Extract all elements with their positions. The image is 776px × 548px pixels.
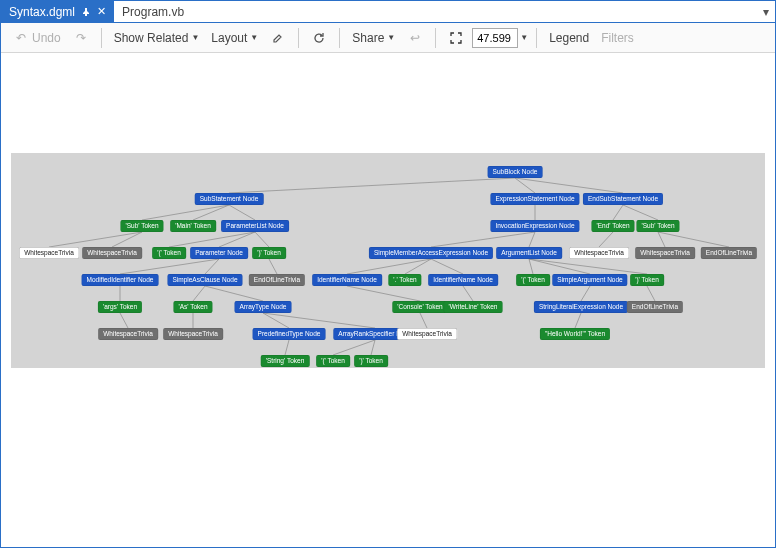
tab-syntax-dgml[interactable]: Syntax.dgml ✕: [1, 1, 114, 22]
highlight-button[interactable]: [266, 28, 290, 48]
graph-node[interactable]: 'End' Token: [591, 220, 634, 232]
chevron-down-icon[interactable]: ▼: [520, 33, 528, 42]
svg-line-8: [623, 205, 658, 220]
fit-button[interactable]: [444, 28, 468, 48]
svg-line-3: [142, 205, 229, 220]
share-button[interactable]: Share ▼: [348, 29, 399, 47]
pin-icon[interactable]: [81, 7, 91, 17]
svg-line-9: [49, 232, 142, 247]
tab-program-vb[interactable]: Program.vb: [114, 1, 192, 22]
graph-node[interactable]: 'args' Token: [98, 301, 142, 313]
graph-node[interactable]: WhitespaceTrivia: [82, 247, 142, 259]
redo-button[interactable]: ↷: [69, 28, 93, 48]
refresh-button[interactable]: [307, 28, 331, 48]
graph-canvas[interactable]: SubBlock NodeSubStatement NodeExpression…: [11, 153, 765, 368]
share-label: Share: [352, 31, 384, 45]
filters-label: Filters: [601, 31, 634, 45]
svg-line-17: [658, 232, 665, 247]
graph-node[interactable]: ')' Token: [354, 355, 388, 367]
graph-node[interactable]: SimpleAsClause Node: [167, 274, 242, 286]
svg-line-27: [529, 259, 647, 274]
svg-line-12: [219, 232, 255, 247]
graph-node[interactable]: WhitespaceTrivia: [569, 247, 629, 259]
graph-node[interactable]: InvocationExpression Node: [490, 220, 579, 232]
graph-node[interactable]: SubStatement Node: [195, 193, 264, 205]
graph-node[interactable]: Parameter Node: [190, 247, 248, 259]
graph-node[interactable]: ArrayType Node: [235, 301, 292, 313]
graph-node[interactable]: EndSubStatement Node: [583, 193, 663, 205]
layout-button[interactable]: Layout ▼: [207, 29, 262, 47]
tab-label: Program.vb: [122, 5, 184, 19]
graph-node[interactable]: SubBlock Node: [488, 166, 543, 178]
svg-line-13: [255, 232, 269, 247]
svg-line-25: [529, 259, 533, 274]
svg-line-30: [205, 286, 263, 301]
chevron-down-icon: ▼: [191, 33, 199, 42]
svg-line-29: [193, 286, 205, 301]
graph-node[interactable]: 'Sub' Token: [120, 220, 163, 232]
separator: [536, 28, 537, 48]
svg-line-33: [581, 286, 590, 301]
graph-node[interactable]: PredefinedType Node: [253, 328, 326, 340]
close-icon[interactable]: ✕: [97, 5, 106, 18]
svg-line-21: [269, 259, 277, 274]
svg-line-16: [599, 232, 613, 247]
graph-node[interactable]: SimpleMemberAccessExpression Node: [369, 247, 493, 259]
graph-node[interactable]: ')' Token: [630, 274, 664, 286]
svg-line-11: [169, 232, 255, 247]
svg-line-14: [431, 232, 535, 247]
svg-line-32: [463, 286, 473, 301]
graph-node[interactable]: 'String' Token: [261, 355, 310, 367]
svg-line-42: [333, 340, 375, 355]
svg-line-20: [205, 259, 219, 274]
svg-line-4: [193, 205, 229, 220]
graph-node[interactable]: ModifiedIdentifier Node: [82, 274, 159, 286]
canvas-area[interactable]: SubBlock NodeSubStatement NodeExpression…: [1, 53, 775, 547]
separator: [339, 28, 340, 48]
graph-node[interactable]: '.' Token: [388, 274, 421, 286]
graph-node[interactable]: IdentifierName Node: [428, 274, 498, 286]
graph-node[interactable]: "Hello World!"' Token: [540, 328, 610, 340]
filters-button[interactable]: Filters: [597, 29, 638, 47]
graph-node[interactable]: ParameterList Node: [221, 220, 289, 232]
graph-node[interactable]: 'Sub' Token: [636, 220, 679, 232]
svg-line-34: [647, 286, 655, 301]
graph-node[interactable]: WhitespaceTrivia: [19, 247, 79, 259]
svg-line-40: [575, 313, 581, 328]
svg-line-23: [405, 259, 431, 274]
graph-node[interactable]: '(' Token: [152, 247, 186, 259]
separator: [435, 28, 436, 48]
graph-node[interactable]: EndOfLineTrivia: [249, 274, 305, 286]
graph-node[interactable]: IdentifierName Node: [312, 274, 382, 286]
graph-node[interactable]: WhitespaceTrivia: [397, 328, 457, 340]
chevron-down-icon: ▼: [250, 33, 258, 42]
svg-line-38: [263, 313, 375, 328]
graph-node[interactable]: '(' Token: [316, 355, 350, 367]
graph-node[interactable]: SimpleArgument Node: [552, 274, 627, 286]
graph-node[interactable]: '(' Token: [516, 274, 550, 286]
graph-node[interactable]: StringLiteralExpression Node: [534, 301, 628, 313]
graph-node[interactable]: ')' Token: [252, 247, 286, 259]
tab-dropdown-button[interactable]: ▾: [757, 1, 775, 22]
svg-line-26: [529, 259, 590, 274]
graph-node[interactable]: 'Main' Token: [170, 220, 216, 232]
graph-node[interactable]: WhitespaceTrivia: [635, 247, 695, 259]
graph-node[interactable]: 'Console' Token: [392, 301, 447, 313]
separator: [298, 28, 299, 48]
graph-node[interactable]: WhitespaceTrivia: [163, 328, 223, 340]
show-related-button[interactable]: Show Related ▼: [110, 29, 204, 47]
graph-node[interactable]: EndOfLineTrivia: [627, 301, 683, 313]
undo-button[interactable]: ↶ Undo: [9, 28, 65, 48]
legend-button[interactable]: Legend: [545, 29, 593, 47]
graph-node[interactable]: 'WriteLine' Token: [444, 301, 503, 313]
undo-icon: ↶: [13, 30, 29, 46]
graph-node[interactable]: ArgumentList Node: [496, 247, 562, 259]
graph-node[interactable]: WhitespaceTrivia: [98, 328, 158, 340]
back-button[interactable]: ↩: [403, 28, 427, 48]
redo-icon: ↷: [73, 30, 89, 46]
graph-node[interactable]: ExpressionStatement Node: [490, 193, 579, 205]
graph-node[interactable]: 'As' Token: [173, 301, 212, 313]
graph-node[interactable]: EndOfLineTrivia: [701, 247, 757, 259]
zoom-input[interactable]: [472, 28, 518, 48]
separator: [101, 28, 102, 48]
